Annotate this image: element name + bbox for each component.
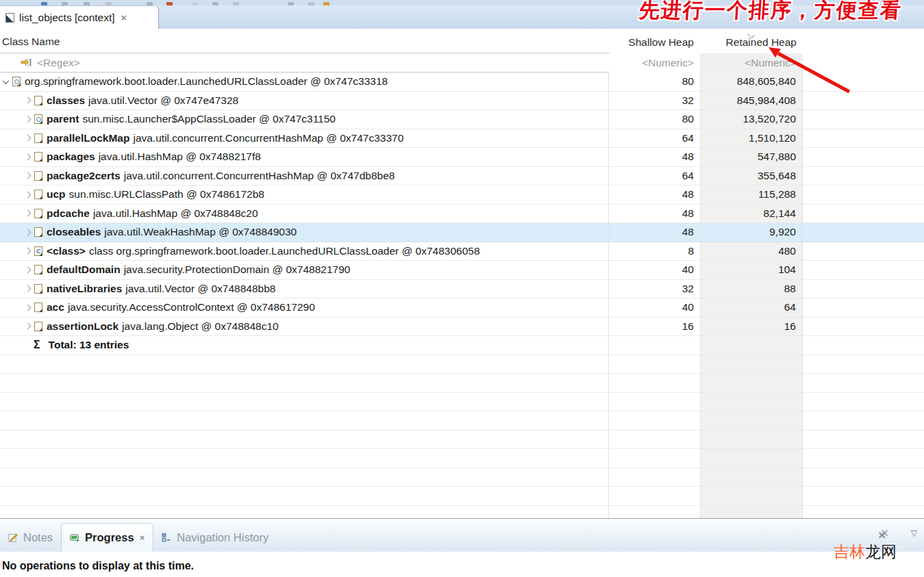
close-icon[interactable]: × bbox=[140, 533, 145, 543]
classloader-icon bbox=[12, 77, 21, 86]
table-row[interactable]: ucpsun.misc.URLClassPath @ 0x7486172b848… bbox=[0, 185, 924, 205]
retained-heap-cell: 355,648 bbox=[700, 167, 803, 186]
expand-chevron-icon[interactable] bbox=[3, 77, 10, 84]
column-header-shallow-heap[interactable]: Shallow Heap bbox=[609, 29, 700, 53]
table-row[interactable]: package2certsjava.util.concurrent.Concur… bbox=[0, 167, 924, 186]
table-body: org.springframework.boot.loader.Launched… bbox=[0, 73, 924, 518]
field-name: acc bbox=[47, 301, 64, 313]
regex-filter-field[interactable]: <Regex> bbox=[0, 53, 609, 73]
field-name: parent bbox=[47, 113, 79, 125]
column-header-retained-heap[interactable]: Retained Heap bbox=[700, 29, 803, 53]
collapse-chevron-icon[interactable] bbox=[25, 153, 32, 160]
collapse-chevron-icon[interactable] bbox=[25, 248, 32, 255]
table-row[interactable]: assertionLockjava.lang.Object @ 0x748848… bbox=[0, 318, 924, 337]
class-name-cell: accjava.security.AccessControlContext @ … bbox=[0, 298, 609, 318]
table-row[interactable]: org.springframework.boot.loader.Launched… bbox=[0, 73, 924, 92]
bottom-tab-label: Notes bbox=[23, 531, 53, 544]
class-name-cell: ΣTotal: 13 entries bbox=[0, 336, 609, 355]
object-description: java.lang.Object @ 0x748848c10 bbox=[122, 320, 279, 333]
class-name-cell bbox=[0, 506, 609, 519]
close-icon[interactable]: × bbox=[121, 12, 127, 23]
filter-row: <Regex> <Numeric> <Numeric> bbox=[0, 53, 924, 73]
collapse-chevron-icon[interactable] bbox=[25, 97, 32, 104]
row-filler bbox=[803, 185, 924, 205]
object-description: sun.misc.Launcher$AppClassLoader @ 0x747… bbox=[82, 113, 336, 125]
empty-row bbox=[0, 355, 924, 374]
retained-heap-cell: 1,510,120 bbox=[700, 129, 803, 149]
shallow-heap-cell bbox=[609, 487, 700, 506]
table-row[interactable]: defaultDomainjava.security.ProtectionDom… bbox=[0, 261, 924, 280]
nav-history-icon bbox=[162, 533, 172, 543]
retained-heap-cell: 9,920 bbox=[700, 223, 803, 242]
field-name: nativeLibraries bbox=[47, 283, 122, 295]
shallow-heap-cell: 80 bbox=[609, 110, 700, 129]
table-row[interactable]: parallelLockMapjava.util.concurrent.Conc… bbox=[0, 129, 924, 149]
retained-heap-cell bbox=[700, 393, 803, 412]
retained-heap-cell: 115,288 bbox=[700, 185, 803, 205]
shallow-heap-cell bbox=[609, 468, 700, 487]
empty-row bbox=[0, 411, 924, 431]
class-name-cell bbox=[0, 393, 609, 412]
clear-operations-icon[interactable]: × × bbox=[877, 527, 892, 541]
field-name: defaultDomain bbox=[47, 264, 121, 276]
field-name: <class> bbox=[47, 245, 86, 257]
table-row[interactable]: <class>class org.springframework.boot.lo… bbox=[0, 242, 924, 261]
filter-filler bbox=[803, 53, 924, 73]
shallow-heap-cell: 64 bbox=[609, 167, 700, 186]
collapse-chevron-icon[interactable] bbox=[25, 210, 32, 217]
table-row[interactable]: closeablesjava.util.WeakHashMap @ 0x7488… bbox=[0, 223, 924, 242]
collapse-chevron-icon[interactable] bbox=[25, 191, 32, 198]
collapse-chevron-icon[interactable] bbox=[25, 172, 32, 179]
sigma-icon: Σ bbox=[34, 339, 40, 351]
progress-empty-message: No operations to display at this time. bbox=[0, 552, 924, 572]
notes-icon bbox=[8, 533, 18, 543]
collapse-chevron-icon[interactable] bbox=[25, 135, 32, 142]
empty-row bbox=[0, 431, 924, 450]
class-name-cell bbox=[0, 468, 609, 487]
collapse-chevron-icon[interactable] bbox=[25, 323, 32, 330]
table-row[interactable]: classesjava.util.Vector @ 0x747e47328328… bbox=[0, 92, 924, 111]
tab-navigation-history[interactable]: Navigation History bbox=[153, 523, 277, 552]
collapse-chevron-icon[interactable] bbox=[25, 116, 32, 123]
row-filler bbox=[803, 167, 924, 186]
column-header-class-name[interactable]: Class Name bbox=[0, 29, 609, 53]
collapse-chevron-icon[interactable] bbox=[25, 304, 32, 311]
bottom-tab-label: Progress bbox=[85, 531, 134, 544]
object-description: java.util.Vector @ 0x748848bb8 bbox=[125, 283, 275, 295]
shallow-heap-cell: 16 bbox=[609, 318, 700, 337]
shallow-heap-cell bbox=[609, 449, 700, 468]
class-name-cell: nativeLibrariesjava.util.Vector @ 0x7488… bbox=[0, 280, 609, 299]
retained-heap-filter-field[interactable]: <Numeric> bbox=[700, 53, 803, 73]
clear-x-front: × bbox=[878, 528, 886, 543]
retained-heap-cell: 82,144 bbox=[700, 205, 803, 224]
collapse-chevron-icon[interactable] bbox=[25, 229, 32, 235]
table-row[interactable]: accjava.security.AccessControlContext @ … bbox=[0, 298, 924, 318]
class-name-cell: assertionLockjava.lang.Object @ 0x748848… bbox=[0, 318, 609, 337]
retained-heap-cell bbox=[700, 431, 803, 450]
tab-notes[interactable]: Notes bbox=[0, 523, 61, 552]
row-filler bbox=[803, 506, 924, 519]
object-icon bbox=[34, 96, 42, 105]
table-row[interactable]: packagesjava.util.HashMap @ 0x7488217f84… bbox=[0, 148, 924, 167]
table-row[interactable]: parentsun.misc.Launcher$AppClassLoader @… bbox=[0, 110, 924, 129]
field-name: assertionLock bbox=[47, 320, 118, 333]
retained-heap-cell: 16 bbox=[700, 318, 803, 337]
view-menu-chevron-icon[interactable]: ▽ bbox=[911, 528, 917, 538]
object-description: java.security.AccessControlContext @ 0x7… bbox=[68, 301, 315, 313]
tab-progress[interactable]: Progress× bbox=[61, 523, 153, 552]
tab-list-objects[interactable]: list_objects [context] × bbox=[0, 5, 159, 29]
collapse-chevron-icon[interactable] bbox=[25, 285, 32, 292]
class-name-cell: parentsun.misc.Launcher$AppClassLoader @… bbox=[0, 110, 609, 129]
collapse-chevron-icon[interactable] bbox=[25, 266, 32, 273]
shallow-heap-cell bbox=[609, 355, 700, 374]
retained-heap-cell bbox=[700, 449, 803, 468]
shallow-heap-filter-field[interactable]: <Numeric> bbox=[609, 53, 700, 73]
shallow-heap-cell: 32 bbox=[609, 280, 700, 299]
shallow-heap-cell: 8 bbox=[609, 242, 700, 261]
class-name-cell: pdcachejava.util.HashMap @ 0x748848c20 bbox=[0, 205, 609, 224]
retained-heap-cell bbox=[700, 336, 803, 355]
object-description: java.util.HashMap @ 0x7488217f8 bbox=[99, 151, 261, 163]
table-row[interactable]: pdcachejava.util.HashMap @ 0x748848c2048… bbox=[0, 205, 924, 224]
progress-icon bbox=[70, 533, 80, 543]
table-row[interactable]: nativeLibrariesjava.util.Vector @ 0x7488… bbox=[0, 280, 924, 299]
